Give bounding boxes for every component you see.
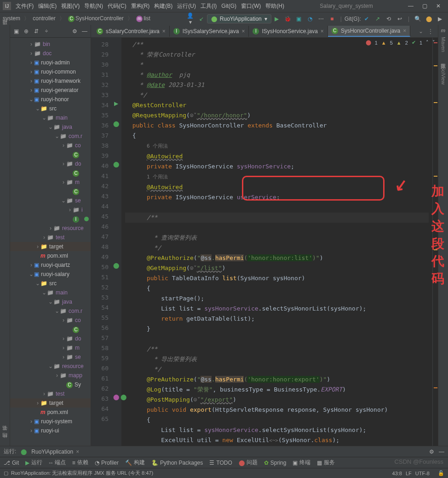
search-icon[interactable]: 🔍 bbox=[414, 16, 422, 22]
tree-row[interactable]: Sy bbox=[10, 380, 91, 389]
tree-row[interactable] bbox=[10, 187, 91, 196]
menu-item[interactable]: 帮助(H) bbox=[265, 3, 284, 9]
tree-row[interactable]: ⌄src bbox=[10, 104, 91, 113]
editor-tab[interactable]: CSysHonorController.java× bbox=[328, 26, 410, 37]
menu-item[interactable]: 导航(N) bbox=[84, 3, 103, 9]
debug-icon[interactable]: 🐞 bbox=[284, 16, 292, 22]
tree-row[interactable]: ⌄java bbox=[10, 297, 91, 306]
git-commit-icon[interactable]: ↗ bbox=[373, 16, 382, 22]
down-icon: ˅ bbox=[432, 40, 435, 46]
tree-row[interactable]: ›do bbox=[10, 159, 91, 168]
encoding[interactable]: UTF-8 bbox=[415, 471, 430, 476]
stop-icon[interactable]: ■ bbox=[328, 16, 336, 22]
tree-row[interactable]: ›target bbox=[10, 398, 91, 408]
breadcrumb[interactable]: system〉 controller〉 CSysHonorController〉… bbox=[3, 15, 152, 23]
tree-row[interactable]: ⌄src bbox=[10, 279, 91, 288]
tree-row[interactable]: ⌄se bbox=[10, 196, 91, 205]
inspections-widget[interactable]: ⬤1 ▲5 ▲2 ✔1 ˄˅ bbox=[366, 40, 435, 46]
tree-row[interactable] bbox=[10, 168, 91, 178]
menu-item[interactable]: 构建(B) bbox=[154, 3, 172, 9]
tree-row[interactable]: ›mapp bbox=[10, 371, 91, 380]
menubar[interactable]: 文件(F)编辑(E)视图(V)导航(N)代码(C)重构(R)构建(B)运行(U)… bbox=[16, 2, 289, 10]
attach-icon[interactable]: ⋯ bbox=[317, 16, 325, 22]
menu-item[interactable]: 运行(U) bbox=[177, 3, 196, 9]
tree-row[interactable]: ›ruoyi-common bbox=[10, 67, 91, 76]
tree-row[interactable]: ›bin bbox=[10, 40, 91, 49]
weak-warn-icon: ▲ bbox=[396, 40, 402, 46]
code-area[interactable]: 2829303132333435363738394041424344454647… bbox=[91, 38, 438, 446]
tree-row[interactable] bbox=[10, 325, 91, 334]
menu-item[interactable]: 窗口(W) bbox=[241, 3, 261, 9]
line-separator[interactable]: LF bbox=[406, 471, 412, 476]
tree-row[interactable]: ⌄com.r bbox=[10, 306, 91, 316]
menu-item[interactable]: 代码(C) bbox=[108, 3, 126, 9]
tree-row[interactable]: ›ruoyi-generator bbox=[10, 86, 91, 95]
coverage-icon[interactable]: ▣ bbox=[295, 16, 303, 22]
dropdown-icon[interactable]: ⌄ bbox=[419, 28, 423, 35]
run-icon[interactable]: ▶ bbox=[273, 16, 281, 22]
tree-row[interactable]: ›ruoyi-ui bbox=[10, 426, 91, 435]
tree-row[interactable]: ⌄main bbox=[10, 288, 91, 297]
menu-item[interactable]: 视图(V) bbox=[61, 3, 80, 9]
code-content[interactable]: /** * 荣誉Controller * * @author pjq * @da… bbox=[121, 38, 432, 446]
project-tree[interactable]: ›bin›doc›ruoyi-admin›ruoyi-common›ruoyi-… bbox=[10, 38, 91, 446]
tree-row[interactable]: ⌄com.r bbox=[10, 132, 91, 141]
menu-item[interactable]: 工具(I) bbox=[201, 3, 217, 9]
play-store-icon[interactable]: ▶ bbox=[436, 16, 444, 22]
editor-tab[interactable]: CsSalaryController.java× bbox=[93, 26, 170, 37]
tree-row[interactable]: ›target bbox=[10, 242, 91, 251]
tree-row[interactable]: ›m bbox=[10, 343, 91, 352]
tree-row[interactable]: ›ruoyi-admin bbox=[10, 58, 91, 67]
tree-row[interactable]: ›ruoyi-framework bbox=[10, 76, 91, 86]
window-controls[interactable]: —▢✕ bbox=[404, 3, 445, 9]
tree-row[interactable]: ›test bbox=[10, 233, 91, 242]
git-update-icon[interactable]: ✔ bbox=[362, 16, 371, 22]
tree-row[interactable]: ⌄ruoyi-honor bbox=[10, 95, 91, 104]
project-panel-header[interactable]: ▣ ⊕ ⇵ ÷ ⚙ — bbox=[10, 25, 91, 38]
lock-icon[interactable]: 🔓 bbox=[438, 470, 444, 476]
tree-row[interactable]: ⌄java bbox=[10, 122, 91, 132]
run-config-selector[interactable]: ⬤RuoYiApplication▾ bbox=[207, 14, 271, 23]
tree-row[interactable]: ›i bbox=[10, 205, 91, 214]
caret-position[interactable]: 43:8 bbox=[392, 471, 402, 476]
tree-row[interactable]: ⌄resource bbox=[10, 362, 91, 371]
tree-row[interactable]: ›co bbox=[10, 316, 91, 325]
profile-icon[interactable]: ◔ bbox=[306, 16, 314, 22]
ide-settings-icon[interactable]: ⬤ bbox=[425, 16, 433, 22]
git-history-icon[interactable]: ⟲ bbox=[385, 16, 393, 22]
tree-row[interactable]: ›doc bbox=[10, 49, 91, 58]
tree-row[interactable]: ›do bbox=[10, 334, 91, 343]
more-icon[interactable]: ⋮ bbox=[428, 28, 433, 35]
editor-tabs[interactable]: CsSalaryController.java×IISysSalaryServi… bbox=[91, 25, 438, 38]
tree-row[interactable]: ›se bbox=[10, 352, 91, 362]
tree-row[interactable] bbox=[10, 150, 91, 159]
menu-item[interactable]: Git(G) bbox=[221, 3, 236, 9]
gear-icon[interactable]: ⚙ bbox=[429, 449, 434, 455]
menu-item[interactable]: 文件(F) bbox=[16, 3, 34, 9]
menu-item[interactable]: 编辑(E) bbox=[38, 3, 57, 9]
tree-row[interactable]: pom.xml bbox=[10, 251, 91, 260]
gutter-icons[interactable]: ▶ ⬤ ⬤ ⬤ ⬤ ⬤ bbox=[111, 38, 121, 446]
tree-row[interactable]: ›test bbox=[10, 389, 91, 398]
tree-row[interactable]: ›ruoyi-system bbox=[10, 417, 91, 426]
tree-row[interactable]: pom.xml bbox=[10, 408, 91, 417]
bottom-toolbar[interactable]: ⎇Git ▶运行 ◦◦端点 ≡依赖 ◔Profiler 🔨构建 🐍Python … bbox=[0, 457, 448, 468]
user-icon[interactable]: 👤▾ bbox=[186, 12, 195, 25]
tree-row[interactable]: ›resource bbox=[10, 224, 91, 233]
hide-icon[interactable]: — bbox=[439, 449, 444, 455]
tree-row[interactable]: ›m bbox=[10, 178, 91, 187]
tree-row[interactable]: ⌄main bbox=[10, 113, 91, 122]
editor-tab[interactable]: IISysHonorService.java× bbox=[249, 26, 327, 37]
tree-row[interactable]: ⌄ruoyi-salary bbox=[10, 270, 91, 279]
editor-tab[interactable]: IISysSalaryService.java× bbox=[170, 26, 249, 37]
tree-row[interactable] bbox=[10, 214, 91, 224]
menu-item[interactable]: 重构(R) bbox=[131, 3, 150, 9]
hammer-icon[interactable]: ↙ bbox=[197, 16, 206, 22]
git-rollback-icon[interactable]: ↩ bbox=[396, 16, 404, 22]
run-toolwindow-bar[interactable]: 运行: ⬤ RuoYiApplication× ⚙ — bbox=[0, 446, 448, 457]
interface-icon: I bbox=[173, 28, 180, 35]
tree-row[interactable]: ›ruoyi-quartz bbox=[10, 260, 91, 270]
left-tool-stripe[interactable]: 项目 书签 结构 bbox=[0, 25, 10, 446]
tree-row[interactable]: ›co bbox=[10, 141, 91, 150]
problems-tool: ⬤问题 bbox=[239, 459, 258, 466]
